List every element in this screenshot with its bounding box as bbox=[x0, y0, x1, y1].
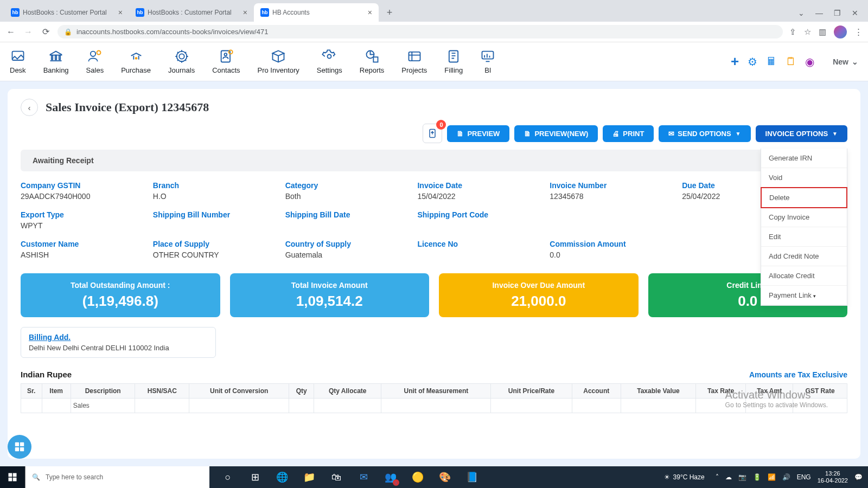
puzzle-icon[interactable]: ▥ bbox=[819, 27, 826, 37]
dd-generate-irn[interactable]: Generate IRN bbox=[761, 149, 847, 168]
caret-down-icon: ▾ bbox=[813, 293, 816, 299]
taskbar-clock[interactable]: 13:2616-04-2022 bbox=[818, 470, 848, 484]
language-indicator[interactable]: ENG bbox=[797, 473, 811, 481]
tab-favicon: hb bbox=[11, 8, 20, 17]
browser-tab-active[interactable]: hb HB Accounts × bbox=[254, 3, 379, 22]
preview-new-button[interactable]: 🗎PREVIEW(NEW) bbox=[514, 125, 598, 142]
taskbar-search[interactable]: 🔍Type here to search bbox=[25, 466, 209, 488]
paint-icon[interactable]: 🎨 bbox=[433, 466, 457, 488]
wifi-icon[interactable]: 📶 bbox=[768, 473, 776, 481]
word-icon[interactable]: 📘 bbox=[460, 466, 484, 488]
chevron-down-icon: ⌄ bbox=[852, 57, 858, 66]
url-box[interactable]: 🔒 inaccounts.hostbooks.com/accounts-book… bbox=[58, 25, 783, 38]
edge-icon[interactable]: 🌐 bbox=[270, 466, 294, 488]
reload-icon[interactable]: ⟳ bbox=[40, 27, 51, 37]
volume-icon[interactable]: 🔊 bbox=[782, 473, 790, 481]
svg-point-10 bbox=[224, 53, 227, 56]
send-options-button[interactable]: ✉SEND OPTIONS▼ bbox=[659, 125, 750, 142]
weather-widget[interactable]: ☀39°C Haze bbox=[664, 473, 705, 481]
invoice-options-button[interactable]: INVOICE OPTIONS▼ bbox=[756, 125, 847, 142]
maximize-icon[interactable]: ❐ bbox=[834, 9, 841, 17]
nav-desk[interactable]: Desk bbox=[10, 49, 26, 74]
cortana-icon[interactable]: ○ bbox=[216, 466, 240, 488]
back-button[interactable]: ‹ bbox=[21, 99, 38, 116]
col-uom: Unit of Measurement bbox=[381, 384, 491, 399]
summary-outstanding: Total Outstanding Amount :(1,19,496.8) bbox=[21, 273, 220, 317]
billing-heading[interactable]: Billing Add. bbox=[29, 333, 208, 342]
app-launcher-fab[interactable] bbox=[8, 435, 31, 459]
tray-chevron-icon[interactable]: ˄ bbox=[716, 473, 719, 481]
chevron-down-icon[interactable]: ⌄ bbox=[798, 9, 805, 17]
svg-point-5 bbox=[97, 51, 100, 55]
battery-icon[interactable]: 🔋 bbox=[753, 473, 761, 481]
app-top-nav: Desk Banking Sales Purchase Journals Con… bbox=[0, 42, 868, 81]
nav-banking[interactable]: Banking bbox=[43, 49, 69, 74]
line-items-table: Sr. Item Description HSN/SAC Unit of Con… bbox=[21, 383, 847, 413]
field-value: OTHER COUNTRY bbox=[153, 251, 285, 259]
nav-projects[interactable]: Projects bbox=[401, 49, 427, 74]
browser-tab[interactable]: hb HostBooks : Customer Portal × bbox=[4, 3, 129, 22]
chrome-icon[interactable]: 🟡 bbox=[406, 466, 430, 488]
nav-filling[interactable]: Filling bbox=[444, 49, 463, 74]
nav-contacts[interactable]: Contacts bbox=[212, 49, 240, 74]
summary-invoice-amount: Total Invoice Amount1,09,514.2 bbox=[230, 273, 430, 317]
close-icon[interactable]: × bbox=[243, 8, 247, 17]
back-icon[interactable]: ← bbox=[5, 27, 16, 37]
nav-purchase[interactable]: Purchase bbox=[121, 49, 151, 74]
nav-bi[interactable]: BI bbox=[480, 49, 495, 74]
tab-title: HostBooks : Customer Portal bbox=[23, 9, 115, 16]
dd-payment-link[interactable]: Payment Link▾ bbox=[761, 286, 847, 305]
col-price: Unit Price/Rate bbox=[491, 384, 572, 399]
caret-down-icon: ▼ bbox=[832, 131, 838, 137]
preview-button[interactable]: 🗎PREVIEW bbox=[447, 125, 509, 142]
browser-tab[interactable]: hb HostBooks : Customer Portal × bbox=[129, 3, 254, 22]
calculator-icon[interactable]: 🖩 bbox=[766, 55, 777, 68]
field-label: Invoice Number bbox=[550, 181, 682, 190]
new-tab-button[interactable]: + bbox=[382, 5, 397, 20]
dd-add-credit-note[interactable]: Add Credit Note bbox=[761, 247, 847, 266]
kebab-icon[interactable]: ⋮ bbox=[854, 27, 863, 37]
close-icon[interactable]: × bbox=[368, 8, 372, 17]
profile-avatar[interactable] bbox=[834, 25, 847, 38]
nav-reports[interactable]: Reports bbox=[360, 49, 385, 74]
table-row: Sales bbox=[21, 399, 847, 413]
page-title: Sales Invoice (Export) 12345678 bbox=[46, 100, 209, 114]
print-button[interactable]: 🖨PRINT bbox=[603, 125, 654, 142]
nav-journals[interactable]: Journals bbox=[168, 49, 195, 74]
nav-sales[interactable]: Sales bbox=[86, 49, 104, 74]
search-icon: 🔍 bbox=[32, 473, 40, 481]
onedrive-icon[interactable]: ☁ bbox=[725, 473, 732, 481]
svg-rect-1 bbox=[52, 55, 53, 60]
new-badge-icon[interactable]: ◉ bbox=[805, 55, 814, 68]
tab-favicon: hb bbox=[136, 8, 144, 17]
svg-rect-2 bbox=[55, 55, 56, 60]
caret-down-icon: ▼ bbox=[736, 131, 741, 137]
svg-rect-17 bbox=[482, 52, 494, 59]
notes-icon[interactable]: 🗒 bbox=[786, 55, 796, 68]
taskview-icon[interactable]: ⊞ bbox=[243, 466, 267, 488]
dd-void[interactable]: Void bbox=[761, 168, 847, 188]
dd-edit[interactable]: Edit bbox=[761, 227, 847, 247]
start-button[interactable] bbox=[0, 466, 25, 488]
teams-icon[interactable]: 👥1 bbox=[379, 466, 403, 488]
share-icon[interactable]: ⇪ bbox=[789, 27, 796, 37]
minimize-icon[interactable]: — bbox=[815, 9, 823, 17]
dd-allocate-credit[interactable]: Allocate Credit bbox=[761, 266, 847, 286]
star-icon[interactable]: ☆ bbox=[804, 27, 811, 37]
window-close-icon[interactable]: ✕ bbox=[852, 9, 858, 17]
close-icon[interactable]: × bbox=[118, 8, 123, 17]
nav-inventory[interactable]: Pro Inventory bbox=[258, 49, 299, 74]
mail-icon[interactable]: ✉ bbox=[352, 466, 375, 488]
attachment-button[interactable]: 0 bbox=[423, 124, 442, 143]
store-icon[interactable]: 🛍 bbox=[324, 466, 348, 488]
action-center-icon[interactable]: 💬 bbox=[854, 473, 863, 481]
new-dropdown[interactable]: New⌄ bbox=[833, 57, 858, 66]
plus-icon[interactable]: + bbox=[731, 53, 739, 70]
explorer-icon[interactable]: 📁 bbox=[297, 466, 321, 488]
dd-copy-invoice[interactable]: Copy Invoice bbox=[761, 208, 847, 227]
gear-icon[interactable]: ⚙ bbox=[748, 55, 757, 68]
dd-delete[interactable]: Delete bbox=[761, 187, 847, 208]
meet-now-icon[interactable]: 📷 bbox=[738, 473, 746, 481]
forward-icon[interactable]: → bbox=[23, 27, 34, 37]
nav-settings[interactable]: Settings bbox=[317, 49, 342, 74]
